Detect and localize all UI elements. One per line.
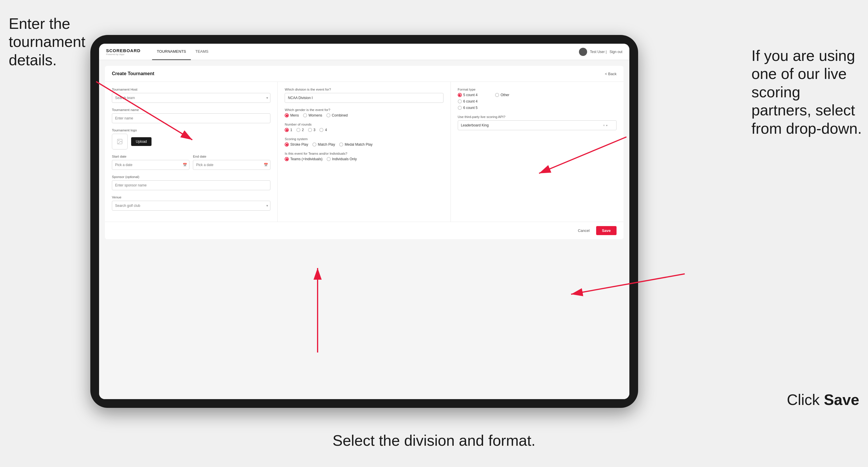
tournament-name-group: Tournament name	[112, 108, 270, 123]
venue-input[interactable]	[112, 201, 270, 211]
tournament-host-input-wrapper: ▾	[112, 93, 270, 103]
format-6count4[interactable]: 6 count 4	[458, 99, 477, 103]
rounds-3[interactable]: 3	[308, 128, 315, 132]
form-col-1: Tournament Host ▾ Tournament name Tourna	[105, 82, 278, 222]
tournament-name-input[interactable]	[112, 113, 270, 123]
save-button[interactable]: Save	[596, 226, 617, 235]
start-date-group: Start date 📅	[112, 155, 189, 170]
gender-label: Which gender is the event for?	[285, 108, 443, 112]
radio-4-circle	[319, 128, 323, 132]
date-row: Start date 📅 End date	[112, 155, 270, 170]
end-date-group: End date 📅	[193, 155, 270, 170]
radio-match-circle	[312, 143, 316, 147]
annotation-bottom-right: Click Save	[787, 391, 859, 409]
sponsor-label: Sponsor (optional)	[112, 175, 270, 179]
user-label: Test User |	[590, 50, 607, 54]
format-other[interactable]: Other	[495, 93, 509, 97]
start-date-label: Start date	[112, 155, 189, 158]
format-row-3: 6 count 5	[458, 106, 617, 110]
format-type-label: Format type	[458, 88, 617, 91]
event-teams[interactable]: Teams (+Individuals)	[285, 157, 322, 161]
third-party-label: Use third-party live scoring API?	[458, 115, 617, 119]
create-tournament-card: Create Tournament < Back Tournament Host…	[105, 66, 624, 239]
venue-group: Venue ▾	[112, 195, 270, 211]
tournament-host-label: Tournament Host	[112, 88, 270, 91]
third-party-group: Use third-party live scoring API? Leader…	[458, 115, 617, 130]
radio-womens-circle	[303, 113, 307, 117]
radio-5c4-circle	[458, 93, 462, 97]
upload-button[interactable]: Upload	[131, 137, 152, 146]
scoring-match[interactable]: Match Play	[312, 143, 335, 147]
form-col-3: Format type 5 count 4 Other	[451, 82, 624, 222]
cancel-button[interactable]: Cancel	[575, 227, 592, 235]
rounds-1[interactable]: 1	[285, 128, 292, 132]
annotation-top-left: Enter the tournament details.	[9, 14, 87, 69]
gender-mens[interactable]: Mens	[285, 113, 299, 117]
avatar	[579, 48, 587, 56]
format-5count4[interactable]: 5 count 4	[458, 93, 477, 97]
card-footer: Cancel Save	[105, 222, 624, 239]
sponsor-input[interactable]	[112, 180, 270, 190]
event-for-group: Is this event for Teams and/or Individua…	[285, 152, 443, 161]
tournament-host-input[interactable]	[112, 93, 270, 103]
tag-chevron-icon[interactable]: ▾	[606, 124, 608, 127]
radio-6c4-circle	[458, 99, 462, 103]
radio-combined-circle	[326, 113, 331, 117]
division-select[interactable]: NCAA Division I	[285, 93, 443, 103]
tournament-logo-label: Tournament logo	[112, 128, 270, 132]
gender-radio-group: Mens Womens Combined	[285, 113, 443, 117]
page-content: Create Tournament < Back Tournament Host…	[99, 60, 629, 399]
signout-link[interactable]: Sign out	[610, 50, 622, 54]
calendar-icon-2: 📅	[264, 163, 268, 167]
nav-teams[interactable]: TEAMS	[191, 44, 213, 60]
event-individuals[interactable]: Individuals Only	[327, 157, 357, 161]
sponsor-group: Sponsor (optional)	[112, 175, 270, 190]
rounds-4[interactable]: 4	[319, 128, 327, 132]
radio-6c5-circle	[458, 106, 462, 110]
division-label: Which division is the event for?	[285, 88, 443, 91]
search-icon: ▾	[266, 96, 268, 100]
date-group: Start date 📅 End date	[112, 155, 270, 170]
scoring-stroke[interactable]: Stroke Play	[285, 143, 308, 147]
third-party-input[interactable]: Leaderboard King × ▾	[458, 120, 617, 130]
powered-by-text: Powered by clippi	[106, 53, 141, 56]
scoring-medal-match[interactable]: Medal Match Play	[339, 143, 372, 147]
start-date-wrapper: 📅	[112, 160, 189, 170]
app-logo: SCOREBOARD Powered by clippi	[106, 48, 141, 56]
end-date-label: End date	[193, 155, 270, 158]
radio-other-circle	[495, 93, 499, 97]
format-type-group: Format type 5 count 4 Other	[458, 88, 617, 110]
end-date-input[interactable]	[193, 160, 270, 170]
gender-combined[interactable]: Combined	[326, 113, 348, 117]
radio-individuals-circle	[327, 157, 331, 161]
annotation-top-right: If you are using one of our live scoring…	[751, 46, 862, 137]
main-nav: TOURNAMENTS TEAMS	[152, 44, 213, 60]
third-party-value: Leaderboard King	[461, 123, 603, 127]
card-header: Create Tournament < Back	[105, 66, 624, 82]
form-col-2: Which division is the event for? NCAA Di…	[278, 82, 451, 222]
venue-input-wrapper: ▾	[112, 201, 270, 211]
format-row-2: 6 count 4	[458, 99, 617, 103]
radio-stroke-circle	[285, 143, 289, 147]
scoring-group: Scoring system Stroke Play Match Play	[285, 137, 443, 147]
tablet: SCOREBOARD Powered by clippi TOURNAMENTS…	[90, 35, 638, 408]
gender-womens[interactable]: Womens	[303, 113, 322, 117]
page-title: Create Tournament	[112, 71, 154, 76]
start-date-input[interactable]	[112, 160, 189, 170]
format-6count5[interactable]: 6 count 5	[458, 106, 477, 110]
event-for-radio-group: Teams (+Individuals) Individuals Only	[285, 157, 443, 161]
logo-placeholder	[112, 134, 128, 150]
tablet-screen: SCOREBOARD Powered by clippi TOURNAMENTS…	[99, 44, 629, 399]
tag-close-icon[interactable]: ×	[603, 124, 605, 127]
svg-point-1	[118, 140, 119, 141]
event-for-label: Is this event for Teams and/or Individua…	[285, 152, 443, 155]
nav-tournaments[interactable]: TOURNAMENTS	[152, 44, 191, 60]
logo-text: SCOREBOARD	[106, 48, 141, 53]
radio-mens-circle	[285, 113, 289, 117]
chevron-down-icon: ▾	[266, 204, 268, 208]
back-button[interactable]: < Back	[605, 72, 617, 76]
division-select-wrapper: NCAA Division I	[285, 93, 443, 103]
rounds-group: Number of rounds 1 2	[285, 123, 443, 132]
rounds-2[interactable]: 2	[296, 128, 304, 132]
navbar-right: Test User | Sign out	[579, 48, 622, 56]
